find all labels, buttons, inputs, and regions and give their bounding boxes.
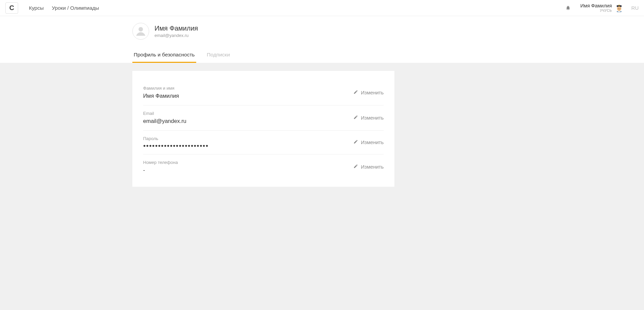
profile-header-section: Имя Фамилия email@yandex.ru Профиль и бе… <box>0 16 644 63</box>
field-email-label: Email <box>143 111 353 116</box>
field-password: Пароль ●●●●●●●●●●●●●●●●●●●●●● Изменить <box>143 131 384 154</box>
nav-link-courses[interactable]: Курсы <box>29 5 44 11</box>
field-email-value: email@yandex.ru <box>143 118 353 124</box>
field-phone-label: Номер телефона <box>143 160 353 165</box>
bell-icon[interactable] <box>565 5 571 11</box>
edit-phone-label: Изменить <box>361 164 384 170</box>
svg-point-3 <box>618 8 619 9</box>
tab-subscriptions[interactable]: Подписки <box>206 49 231 63</box>
edit-phone-button[interactable]: Изменить <box>353 164 384 170</box>
svg-point-2 <box>617 6 621 11</box>
edit-password-button[interactable]: Изменить <box>353 139 384 145</box>
edit-email-button[interactable]: Изменить <box>353 115 384 121</box>
nav-links: Курсы Уроки / Олимпиады <box>29 5 99 11</box>
pencil-icon <box>353 90 358 95</box>
nav-link-lessons[interactable]: Уроки / Олимпиады <box>52 5 99 11</box>
pencil-icon <box>353 115 358 121</box>
field-password-label: Пароль <box>143 136 353 141</box>
field-name-value: Имя Фамилия <box>143 93 353 99</box>
language-switch[interactable]: RU <box>631 5 639 11</box>
svg-rect-1 <box>619 5 620 5</box>
tab-profile-security[interactable]: Профиль и безопасность <box>132 49 196 63</box>
edit-name-button[interactable]: Изменить <box>353 90 384 95</box>
edit-email-label: Изменить <box>361 115 384 121</box>
pencil-icon <box>353 164 358 170</box>
field-name-label: Фамилия и имя <box>143 86 353 91</box>
svg-point-4 <box>620 8 620 9</box>
field-email: Email email@yandex.ru Изменить <box>143 105 384 131</box>
logo[interactable]: C <box>5 2 18 14</box>
topbar: C Курсы Уроки / Олимпиады Имя Фамилия УЧ… <box>0 0 644 16</box>
field-name: Фамилия и имя Имя Фамилия Изменить <box>143 80 384 105</box>
profile-display-name: Имя Фамилия <box>155 25 198 32</box>
edit-name-label: Изменить <box>361 90 384 95</box>
user-role: УЧУСЬ <box>580 9 612 12</box>
logo-text: C <box>9 4 14 12</box>
profile-card: Фамилия и имя Имя Фамилия Изменить Email… <box>132 71 394 187</box>
user-name: Имя Фамилия <box>580 3 612 9</box>
field-phone-value: - <box>143 167 353 173</box>
svg-point-5 <box>138 27 143 31</box>
field-phone: Номер телефона - Изменить <box>143 154 384 179</box>
profile-avatar <box>132 23 149 40</box>
pencil-icon <box>353 139 358 145</box>
profile-email: email@yandex.ru <box>155 33 198 38</box>
field-password-value: ●●●●●●●●●●●●●●●●●●●●●● <box>143 143 353 148</box>
edit-password-label: Изменить <box>361 139 384 145</box>
tabs: Профиль и безопасность Подписки <box>132 49 394 63</box>
avatar-icon <box>615 4 623 12</box>
user-menu[interactable]: Имя Фамилия УЧУСЬ <box>580 3 623 12</box>
